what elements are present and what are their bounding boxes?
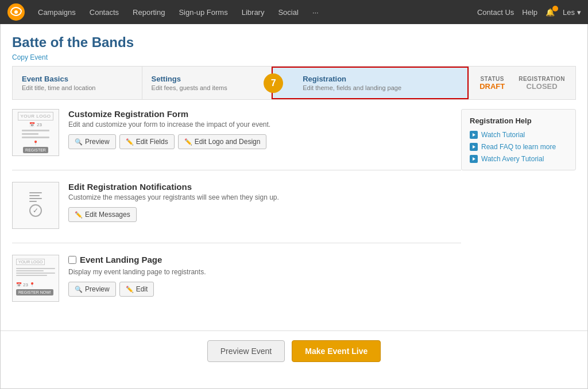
nav-reporting[interactable]: Reporting	[127, 5, 171, 20]
play-icon-1	[470, 131, 478, 139]
notification-badge	[552, 6, 558, 11]
help-link-watch-label: Watch Tutorial	[481, 131, 525, 139]
preview-form-button[interactable]: 🔍 Preview	[68, 134, 116, 149]
user-name: Les	[563, 8, 575, 17]
registration-form-icon: YOUR LOGO 📅 23 📍 REGI	[12, 109, 59, 156]
nav-help[interactable]: Help	[522, 8, 537, 17]
notifications-content: Edit Registration Notifications Customiz…	[68, 182, 461, 222]
copy-event-link[interactable]: Copy Event	[12, 53, 48, 61]
svg-marker-3	[473, 145, 475, 149]
pencil2-icon: ✏️	[75, 211, 83, 219]
icon-line-1	[22, 130, 49, 131]
status-col: STATUS DRAFT	[479, 76, 505, 91]
landing-content: Event Landing Page Display my event land…	[68, 255, 461, 297]
step-settings-desc: Edit fees, guests and items	[152, 84, 262, 91]
customize-desc: Edit and customize your form to increase…	[68, 120, 461, 129]
help-link-faq-label: Read FAQ to learn more	[481, 143, 556, 151]
nav-social[interactable]: Social	[272, 5, 304, 20]
landing-logo-text: YOUR LOGO	[16, 259, 45, 265]
edit-messages-label: Edit Messages	[85, 211, 130, 219]
edit-logo-button[interactable]: ✏️ Edit Logo and Design	[178, 134, 267, 149]
edit-logo-label: Edit Logo and Design	[195, 138, 261, 146]
user-menu[interactable]: Les ▾	[563, 8, 581, 17]
landing-line-3	[16, 273, 55, 274]
step-event-basics-title: Event Basics	[22, 75, 133, 83]
edit-landing-button[interactable]: ✏️ Edit	[119, 282, 154, 297]
nav-right: Contact Us Help 🔔 Les ▾	[477, 8, 581, 17]
nav-signupforms[interactable]: Sign-up Forms	[173, 5, 233, 20]
chevron-down-icon: ▾	[577, 8, 581, 17]
divider-1	[12, 170, 461, 170]
logo-placeholder-text: YOUR LOGO	[18, 112, 54, 120]
help-link-faq[interactable]: Read FAQ to learn more	[470, 143, 567, 151]
help-box: Registration Help Watch Tutorial Read FA…	[461, 109, 576, 170]
step-registration[interactable]: 7 Registration Edit theme, fields and la…	[272, 67, 469, 99]
content-area: YOUR LOGO 📅 23 📍 REGI	[1, 100, 587, 325]
pencil3-icon: ✏️	[126, 286, 134, 293]
divider-2	[12, 243, 461, 243]
search2-icon: 🔍	[75, 286, 83, 293]
preview-landing-label: Preview	[85, 285, 110, 293]
nav-more[interactable]: ···	[307, 5, 324, 20]
status-value: DRAFT	[479, 82, 505, 91]
preview-form-label: Preview	[85, 138, 110, 146]
landing-line-1	[16, 268, 55, 269]
notifications-actions: ✏️ Edit Messages	[68, 207, 461, 222]
notifications-icon: ✓	[12, 182, 59, 229]
icon-line-3	[22, 137, 49, 138]
registration-col: REGISTRATION CLOSED	[519, 76, 565, 91]
step-settings-title: Settings	[152, 75, 262, 83]
notification-bell[interactable]: 🔔	[546, 8, 555, 17]
help-link-watch-tutorial[interactable]: Watch Tutorial	[470, 131, 567, 139]
landing-date-row: 📅 23 📍	[16, 282, 55, 287]
steps-bar: Event Basics Edit title, time and locati…	[12, 66, 576, 100]
section-landing: YOUR LOGO 📅 23 📍 RE	[12, 255, 461, 302]
notifications-desc: Customize the messages your registrants …	[68, 193, 461, 201]
nav-library[interactable]: Library	[236, 5, 270, 20]
nav-contacts[interactable]: Contacts	[84, 5, 125, 20]
step-event-basics[interactable]: Event Basics Edit title, time and locati…	[13, 67, 142, 99]
landing-cal-icon: 📅	[16, 282, 22, 287]
landing-page-checkbox[interactable]	[68, 256, 76, 264]
notifications-title: Edit Registration Notifications	[68, 182, 461, 192]
edit-fields-button[interactable]: ✏️ Edit Fields	[119, 134, 175, 149]
section-customize: YOUR LOGO 📅 23 📍 REGI	[12, 109, 461, 156]
content-main: YOUR LOGO 📅 23 📍 REGI	[12, 109, 461, 316]
edit-fields-label: Edit Fields	[136, 138, 168, 146]
notif-line-2	[29, 195, 40, 196]
checkmark-icon: ✓	[29, 204, 42, 217]
status-label: STATUS	[479, 76, 505, 82]
notif-line-4	[29, 201, 37, 202]
notif-line-3	[29, 198, 42, 199]
svg-point-1	[14, 10, 18, 14]
page-title: Batte of the Bands	[12, 34, 576, 50]
help-link-avery[interactable]: Watch Avery Tutorial	[470, 155, 567, 163]
step-settings[interactable]: Settings Edit fees, guests and items	[142, 67, 272, 99]
step-event-basics-desc: Edit title, time and location	[22, 84, 133, 91]
app-logo[interactable]	[7, 3, 25, 21]
landing-checkbox-row: Event Landing Page	[68, 255, 461, 264]
preview-event-button[interactable]: Preview Event	[207, 340, 285, 362]
play-icon-2	[470, 143, 478, 151]
top-nav: Campaigns Contacts Reporting Sign-up For…	[0, 0, 588, 24]
paint-icon: ✏️	[184, 138, 192, 146]
edit-messages-button[interactable]: ✏️ Edit Messages	[68, 207, 137, 222]
nav-contact-us[interactable]: Contact Us	[477, 8, 514, 17]
customize-title: Customize Registration Form	[68, 109, 461, 119]
pin-icon: 📍	[33, 141, 38, 146]
landing-pin-icon: 📍	[29, 282, 35, 287]
preview-landing-button[interactable]: 🔍 Preview	[68, 282, 116, 297]
page-header: Batte of the Bands Copy Event	[1, 24, 587, 66]
nav-links: Campaigns Contacts Reporting Sign-up For…	[32, 5, 477, 20]
play-icon-3	[470, 155, 478, 163]
status-area: STATUS DRAFT REGISTRATION CLOSED	[469, 67, 575, 99]
search-icon: 🔍	[75, 138, 83, 146]
make-event-live-button[interactable]: Make Event Live	[292, 340, 381, 362]
svg-marker-4	[473, 157, 475, 161]
nav-campaigns[interactable]: Campaigns	[32, 5, 82, 20]
step-registration-desc: Edit theme, fields and landing page	[292, 84, 458, 91]
registration-label: REGISTRATION	[519, 76, 565, 82]
calendar-icon: 📅	[29, 122, 35, 127]
landing-line-2	[16, 270, 44, 271]
pencil-icon: ✏️	[126, 138, 134, 146]
